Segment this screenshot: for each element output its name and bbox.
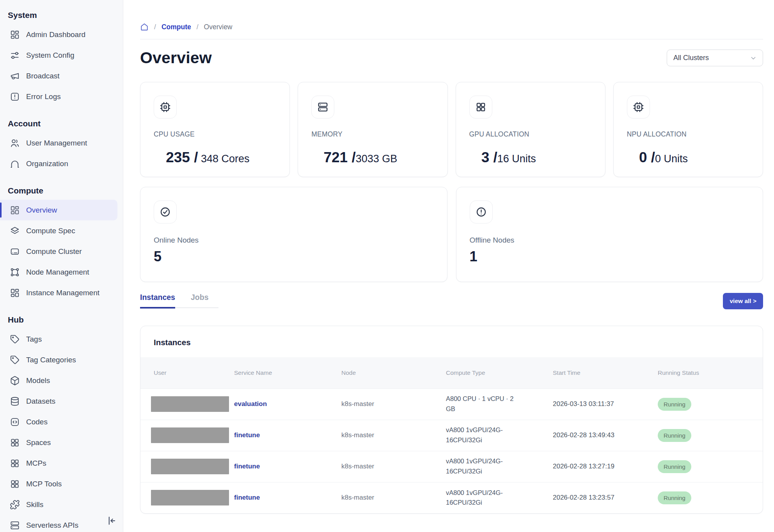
stat-icon-box: [627, 96, 650, 119]
sidebar-item-spaces[interactable]: Spaces: [8, 432, 117, 453]
cpu-icon: [633, 101, 644, 113]
running-status-cell: Running: [658, 388, 763, 420]
sidebar-item-mcps[interactable]: MCPs: [8, 453, 117, 473]
sidebar-item-label: Instance Management: [26, 289, 99, 297]
user-redacted-block: [151, 427, 229, 443]
stat-cards-row: CPU USAGE 235 / 348 Cores MEMORY 721 /30…: [140, 82, 763, 177]
node-cell: k8s-master: [341, 420, 446, 451]
tab-instances[interactable]: Instances: [140, 293, 175, 309]
table-row: finetunek8s-mastervA800 1vGPU/24G-16CPU/…: [140, 482, 763, 513]
sidebar-item-user-management[interactable]: User Management: [8, 133, 117, 153]
stat-value: 235 / 348 Cores: [154, 142, 276, 173]
status-badge: Running: [658, 429, 691, 442]
sidebar-item-broadcast[interactable]: Broadcast: [8, 66, 117, 86]
node-cell: k8s-master: [341, 482, 446, 513]
node-card-value: 1: [470, 248, 750, 265]
sidebar-item-models[interactable]: Models: [8, 370, 117, 391]
stat-card-npu-allocation: NPU ALLOCATION 0 /0 Units: [613, 82, 763, 177]
sidebar-item-mcp-tools[interactable]: MCP Tools: [8, 473, 117, 494]
sidebar-item-instance-management[interactable]: Instance Management: [8, 282, 117, 303]
compute-type-text: vA800 1vGPU/24G-16CPU/32Gi: [446, 425, 518, 445]
sidebar-item-organization[interactable]: Organization: [8, 153, 117, 174]
stat-value-used: 235 /: [166, 149, 198, 165]
server-icon: [10, 520, 20, 530]
sidebar-item-node-management[interactable]: Node Management: [8, 262, 117, 282]
sidebar-item-label: Spaces: [26, 438, 51, 447]
layers-icon: [10, 226, 20, 236]
sidebar-section-title: Compute: [8, 186, 117, 196]
breadcrumb-section-link[interactable]: Compute: [162, 23, 191, 31]
service-name-link[interactable]: finetune: [234, 463, 260, 470]
main-content: / Compute / Overview Overview All Cluste…: [123, 0, 774, 532]
status-badge: Running: [658, 460, 691, 473]
node-card-offline-nodes: Offline Nodes 1: [456, 187, 763, 282]
sidebar-item-compute-spec[interactable]: Compute Spec: [8, 220, 117, 241]
tab-jobs[interactable]: Jobs: [191, 293, 209, 309]
sidebar-item-overview[interactable]: Overview: [0, 200, 117, 220]
alert-square-icon: [10, 92, 20, 102]
running-status-cell: Running: [658, 482, 763, 513]
view-all-button[interactable]: view all >: [723, 293, 763, 309]
sidebar-item-error-logs[interactable]: Error Logs: [8, 86, 117, 107]
stat-value-total: 0 Units: [655, 153, 688, 165]
node-cell: k8s-master: [341, 451, 446, 482]
start-time-cell: 2026-02-28 13:23:57: [553, 482, 658, 513]
node-icon-box: [154, 200, 177, 223]
grid4-icon: [475, 101, 486, 113]
sidebar-section-title: Hub: [8, 315, 117, 325]
user-cell: [140, 420, 234, 451]
page-title: Overview: [140, 49, 212, 67]
harddrive-icon: [10, 246, 20, 257]
start-time-cell: 2026-02-28 13:49:43: [553, 420, 658, 451]
sidebar-item-tags[interactable]: Tags: [8, 329, 117, 349]
compute-type-text: vA800 1vGPU/24G-16CPU/32Gi: [446, 488, 518, 508]
stat-icon-box: [154, 96, 177, 119]
sidebar-collapse-icon[interactable]: [105, 515, 117, 527]
table-row: finetunek8s-mastervA800 1vGPU/24G-16CPU/…: [140, 420, 763, 451]
sidebar-item-system-config[interactable]: System Config: [8, 45, 117, 66]
stat-value: 721 /3033 GB: [311, 142, 434, 173]
service-name-link[interactable]: finetune: [234, 431, 260, 439]
sidebar-section-account: AccountUser ManagementOrganization: [8, 119, 117, 174]
sidebar-item-datasets[interactable]: Datasets: [8, 391, 117, 411]
table-row: finetunek8s-mastervA800 1vGPU/24G-16CPU/…: [140, 451, 763, 482]
sidebar-item-label: Node Management: [26, 268, 89, 277]
home-icon[interactable]: [140, 23, 149, 31]
service-name-cell: evaluation: [234, 388, 341, 420]
user-redacted-block: [151, 396, 229, 412]
alert-circle-icon: [476, 206, 487, 218]
sidebar-item-skills[interactable]: Skills: [8, 494, 117, 515]
user-cell: [140, 451, 234, 482]
column-header-compute-type: Compute Type: [446, 357, 553, 388]
sidebar-item-admin-dashboard[interactable]: Admin Dashboard: [8, 24, 117, 45]
stat-label: GPU ALLOCATION: [469, 130, 592, 138]
grid4-icon: [10, 438, 20, 448]
sidebar-item-compute-cluster[interactable]: Compute Cluster: [8, 241, 117, 262]
user-cell: [140, 482, 234, 513]
cluster-filter-select[interactable]: All Clusters: [667, 50, 763, 66]
compute-type-text: A800 CPU · 1 vCPU · 2 GB: [446, 394, 518, 414]
stat-value-total: 3033 GB: [356, 153, 398, 165]
sidebar-item-codes[interactable]: Codes: [8, 411, 117, 432]
breadcrumb-current: Overview: [204, 23, 233, 31]
breadcrumb: / Compute / Overview: [140, 23, 763, 31]
tabs-row: InstancesJobs view all >: [140, 293, 763, 309]
stat-value: 0 /0 Units: [627, 142, 749, 173]
sidebar-item-label: Admin Dashboard: [26, 30, 85, 39]
sidebar-item-label: Broadcast: [26, 72, 60, 80]
tag-icon: [10, 355, 20, 365]
stat-icon-box: [311, 96, 334, 119]
dashboard-icon: [10, 205, 20, 215]
sidebar-item-label: MCPs: [26, 459, 46, 468]
service-name-link[interactable]: evaluation: [234, 400, 267, 408]
header-divider: [140, 39, 763, 39]
megaphone-icon: [10, 71, 20, 81]
status-badge: Running: [658, 398, 691, 411]
sidebar-item-serverless-apis[interactable]: Serverless APIs: [8, 515, 117, 532]
sidebar-section-title: Account: [8, 119, 117, 129]
service-name-link[interactable]: finetune: [234, 494, 260, 501]
running-status-cell: Running: [658, 451, 763, 482]
sidebar-item-tag-categories[interactable]: Tag Categories: [8, 349, 117, 370]
dashboard-icon: [10, 288, 20, 298]
service-name-cell: finetune: [234, 420, 341, 451]
